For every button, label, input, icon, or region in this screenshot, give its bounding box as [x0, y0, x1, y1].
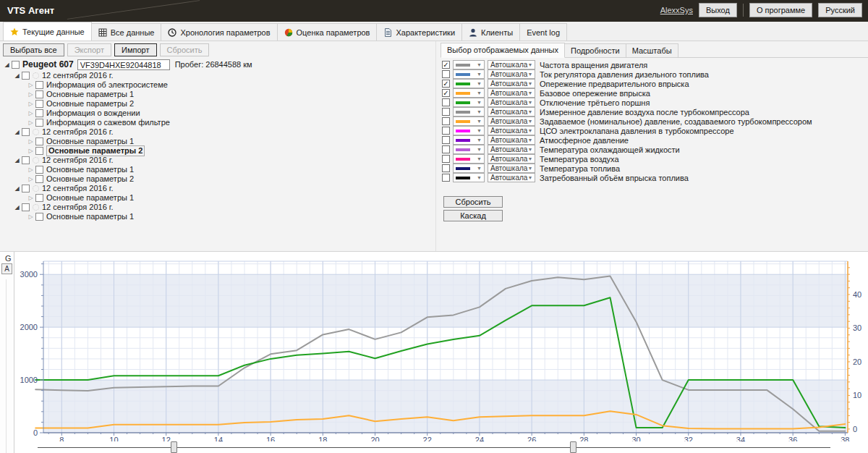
- tab-клиенты[interactable]: Клиенты: [461, 23, 520, 41]
- reset-button[interactable]: Сбросить: [160, 43, 210, 56]
- scale-dropdown[interactable]: Автошкала▼: [488, 154, 535, 164]
- tree-expander-expanded-icon[interactable]: ◢: [13, 156, 21, 165]
- parameter-checkbox[interactable]: [442, 127, 450, 135]
- parameter-checkbox[interactable]: [442, 136, 450, 144]
- color-dropdown[interactable]: ▼: [453, 60, 485, 69]
- scale-dropdown[interactable]: Автошкала▼: [488, 79, 535, 88]
- tree-checkbox[interactable]: [22, 72, 30, 80]
- tree-expander-collapsed-icon[interactable]: ▷: [27, 193, 35, 203]
- slider-thumb-1[interactable]: [171, 441, 177, 453]
- language-button[interactable]: Русский: [818, 3, 862, 17]
- slider-thumb-2[interactable]: [570, 441, 576, 453]
- tab-оценка-параметров[interactable]: Оценка параметров: [277, 23, 378, 41]
- tree-checkbox[interactable]: [12, 61, 20, 69]
- tree-checkbox[interactable]: [35, 213, 43, 221]
- import-button[interactable]: Импорт: [114, 43, 156, 56]
- scale-dropdown[interactable]: Автошкала▼: [488, 107, 535, 117]
- tree-expander-collapsed-icon[interactable]: ▷: [27, 137, 35, 146]
- tree-checkbox[interactable]: [35, 166, 43, 174]
- parameter-checkbox[interactable]: ✓: [442, 89, 450, 97]
- tree-expander-collapsed-icon[interactable]: ▷: [27, 80, 35, 90]
- scale-dropdown[interactable]: Автошкала▼: [488, 164, 535, 173]
- tree-checkbox[interactable]: [35, 137, 43, 145]
- tree-expander-collapsed-icon[interactable]: ▷: [27, 90, 35, 99]
- scale-dropdown[interactable]: Автошкала▼: [488, 135, 535, 145]
- tree-item-row[interactable]: ▷Информация об электросистеме: [3, 80, 430, 90]
- scale-dropdown[interactable]: Автошкала▼: [488, 126, 535, 135]
- params-reset-button[interactable]: Сбросить: [443, 196, 503, 208]
- scale-dropdown[interactable]: Автошкала▼: [488, 98, 535, 107]
- tree-expander-expanded-icon[interactable]: ◢: [13, 127, 21, 137]
- tree-expander-collapsed-icon[interactable]: ▷: [27, 109, 35, 118]
- tree-expander-expanded-icon[interactable]: ◢: [13, 203, 21, 212]
- color-dropdown[interactable]: ▼: [453, 154, 485, 164]
- tree-item-row[interactable]: ▷Информация о сажевом фильтре: [3, 118, 430, 127]
- tab-хронология-параметров[interactable]: Хронология параметров: [161, 23, 277, 41]
- tree-checkbox[interactable]: [35, 90, 43, 98]
- tree-checkbox[interactable]: [35, 194, 43, 202]
- scale-dropdown[interactable]: Автошкала▼: [488, 88, 535, 98]
- parameter-checkbox[interactable]: ✓: [442, 80, 450, 88]
- tree-item-row[interactable]: ▷Основные параметры 1: [3, 90, 430, 99]
- parameter-checkbox[interactable]: [442, 117, 450, 125]
- scale-dropdown[interactable]: Автошкала▼: [488, 60, 535, 69]
- tab-текущие-данные[interactable]: Текущие данные: [3, 22, 92, 41]
- color-dropdown[interactable]: ▼: [453, 173, 485, 182]
- tree-expander-collapsed-icon[interactable]: ▷: [27, 146, 35, 156]
- parameter-checkbox[interactable]: [442, 98, 450, 106]
- color-dropdown[interactable]: ▼: [453, 145, 485, 154]
- parameter-checkbox[interactable]: [442, 174, 450, 182]
- logout-button[interactable]: Выход: [699, 3, 737, 17]
- tree-checkbox[interactable]: [35, 119, 43, 127]
- tree-checkbox[interactable]: [35, 81, 43, 89]
- tree-item-row[interactable]: ▷Основные параметры 1: [3, 212, 430, 221]
- tree-expander-collapsed-icon[interactable]: ▷: [27, 99, 35, 109]
- tree-expander-expanded-icon[interactable]: ◢: [13, 71, 21, 80]
- color-dropdown[interactable]: ▼: [453, 88, 485, 98]
- color-dropdown[interactable]: ▼: [453, 107, 485, 117]
- color-dropdown[interactable]: ▼: [453, 135, 485, 145]
- parameter-checkbox[interactable]: [442, 70, 450, 78]
- cascade-button[interactable]: Каскад: [443, 210, 503, 221]
- tree-checkbox[interactable]: [35, 109, 43, 117]
- tree-checkbox[interactable]: [35, 147, 43, 155]
- parameter-checkbox[interactable]: [442, 164, 450, 172]
- tab-event-log[interactable]: Event log: [519, 23, 567, 41]
- color-dropdown[interactable]: ▼: [453, 69, 485, 79]
- params-tab-2[interactable]: Подробности: [564, 43, 626, 57]
- tree-checkbox[interactable]: [22, 128, 30, 136]
- tree-item-row[interactable]: ▷Информация о вождении: [3, 109, 430, 118]
- tree-expander-expanded-icon[interactable]: ◢: [3, 60, 11, 69]
- color-dropdown[interactable]: ▼: [453, 117, 485, 126]
- select-all-button[interactable]: Выбрать все: [3, 43, 64, 56]
- tab-все-данные[interactable]: Все данные: [91, 23, 162, 41]
- tree-checkbox[interactable]: [35, 175, 43, 183]
- params-tab-3[interactable]: Масштабы: [626, 43, 678, 57]
- params-tab-1[interactable]: Выбор отображаемых данных: [441, 43, 565, 58]
- tree-expander-collapsed-icon[interactable]: ▷: [27, 118, 35, 127]
- about-button[interactable]: О программе: [749, 3, 812, 17]
- tree-item-row[interactable]: ▷Основные параметры 1: [3, 193, 430, 203]
- tree-item-row[interactable]: ▷Основные параметры 2: [3, 146, 430, 156]
- tree-item-row[interactable]: ▷Основные параметры 2: [3, 174, 430, 184]
- scale-dropdown[interactable]: Автошкала▼: [488, 69, 535, 79]
- tree-checkbox[interactable]: [22, 203, 30, 211]
- tree-expander-collapsed-icon[interactable]: ▷: [27, 212, 35, 221]
- tree-expander-collapsed-icon[interactable]: ▷: [27, 174, 35, 184]
- color-dropdown[interactable]: ▼: [453, 164, 485, 173]
- tree-item-row[interactable]: ▷Основные параметры 1: [3, 165, 430, 174]
- export-button[interactable]: Экспорт: [67, 43, 111, 56]
- scale-dropdown[interactable]: Автошкала▼: [488, 145, 535, 154]
- scale-dropdown[interactable]: Автошкала▼: [488, 117, 535, 126]
- slider-track[interactable]: [38, 447, 830, 448]
- autoscale-button[interactable]: A: [1, 263, 12, 274]
- parameter-checkbox[interactable]: [442, 155, 450, 163]
- vin-input[interactable]: [77, 59, 170, 70]
- tree-checkbox[interactable]: [35, 100, 43, 108]
- color-dropdown[interactable]: ▼: [453, 126, 485, 135]
- color-dropdown[interactable]: ▼: [453, 79, 485, 88]
- scale-dropdown[interactable]: Автошкала▼: [488, 173, 535, 182]
- user-link[interactable]: AlexxSys: [660, 6, 693, 14]
- parameter-checkbox[interactable]: ✓: [442, 61, 450, 69]
- tree-checkbox[interactable]: [22, 185, 30, 192]
